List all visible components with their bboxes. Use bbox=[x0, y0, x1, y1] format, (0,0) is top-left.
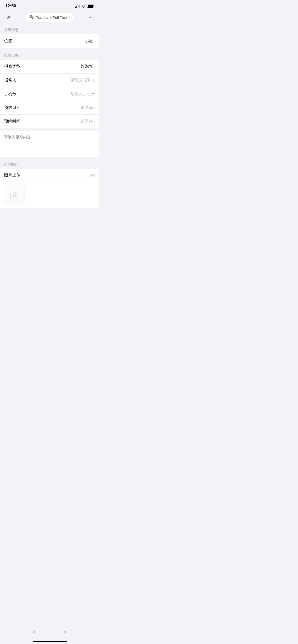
repair-type-value: 灯泡坏 bbox=[81, 64, 93, 69]
repair-info-card: 报修类型 灯泡坏 › 报修人 请输入报修人 手机号 请输入手机号 预约日期 请选… bbox=[0, 60, 99, 128]
status-icons bbox=[75, 5, 94, 8]
reporter-row[interactable]: 报修人 请输入报修人 bbox=[0, 74, 99, 87]
repair-type-row[interactable]: 报修类型 灯泡坏 › bbox=[0, 60, 99, 74]
location-row[interactable]: 位置 小区 › bbox=[0, 34, 99, 48]
repair-content-section bbox=[0, 131, 99, 157]
image-section-header-text: 相关图片 bbox=[4, 163, 18, 167]
booking-date-chevron: › bbox=[94, 106, 95, 110]
booking-date-row[interactable]: 预约日期 请选择 › bbox=[0, 101, 99, 115]
svg-point-6 bbox=[13, 194, 16, 197]
house-info-card: 位置 小区 › bbox=[0, 34, 99, 48]
nav-bar: ✕ Translate Full Text > ··· bbox=[0, 11, 99, 25]
repair-info-header: 报修信息 bbox=[0, 50, 99, 60]
location-value: 小区 bbox=[85, 38, 93, 44]
repair-type-value-group: 灯泡坏 › bbox=[81, 64, 95, 69]
battery-icon bbox=[87, 5, 94, 8]
image-upload-button[interactable] bbox=[4, 185, 24, 205]
image-section-header: 相关图片 bbox=[0, 160, 99, 169]
reporter-value-group: 请输入报修人 bbox=[71, 78, 95, 83]
phone-placeholder: 请输入手机号 bbox=[71, 91, 95, 97]
wifi-icon bbox=[81, 5, 86, 8]
booking-time-chevron: › bbox=[94, 120, 95, 124]
more-button[interactable]: ··· bbox=[86, 13, 95, 22]
location-value-group: 小区 › bbox=[85, 38, 95, 44]
repair-info-header-text: 报修信息 bbox=[4, 53, 18, 57]
repair-type-chevron: › bbox=[94, 65, 95, 69]
phone-row[interactable]: 手机号 请输入手机号 bbox=[0, 87, 99, 101]
gap-2 bbox=[0, 128, 99, 131]
translate-arrow: > bbox=[68, 16, 70, 19]
image-upload-row: 图片上传 0/4 bbox=[0, 169, 99, 182]
image-upload-label: 图片上传 bbox=[4, 173, 20, 178]
more-icon: ··· bbox=[88, 15, 93, 20]
booking-time-label: 预约时间 bbox=[4, 119, 20, 124]
phone-label: 手机号 bbox=[4, 91, 16, 97]
reporter-label: 报修人 bbox=[4, 78, 16, 83]
booking-date-label: 预约日期 bbox=[4, 105, 20, 110]
translate-text: Translate Full Text bbox=[36, 15, 67, 20]
repair-content-input[interactable] bbox=[0, 131, 99, 156]
camera-icon bbox=[10, 192, 18, 199]
phone-value-group: 请输入手机号 bbox=[71, 91, 95, 97]
translate-button[interactable]: Translate Full Text > bbox=[25, 13, 74, 22]
svg-point-7 bbox=[17, 194, 17, 195]
booking-time-row[interactable]: 预约时间 请选择 › bbox=[0, 115, 99, 128]
location-chevron: › bbox=[94, 39, 95, 43]
image-upload-count: 0/4 bbox=[90, 173, 95, 178]
booking-time-placeholder: 请选择 bbox=[81, 119, 93, 124]
image-thumb-area bbox=[0, 182, 99, 208]
repair-type-label: 报修类型 bbox=[4, 64, 20, 69]
gap-3 bbox=[0, 157, 99, 160]
booking-date-placeholder: 请选择 bbox=[81, 105, 93, 110]
image-card: 图片上传 0/4 bbox=[0, 169, 99, 208]
close-icon: ✕ bbox=[7, 15, 11, 20]
gap-1 bbox=[0, 48, 99, 50]
location-label: 位置 bbox=[4, 38, 12, 44]
translate-icon bbox=[29, 15, 34, 20]
booking-time-value-group: 请选择 › bbox=[81, 119, 95, 124]
bottom-spacer bbox=[0, 208, 99, 229]
house-info-header: 房屋信息 bbox=[0, 25, 99, 34]
booking-date-value-group: 请选择 › bbox=[81, 105, 95, 110]
status-bar: 12:50 bbox=[0, 0, 99, 11]
signal-icon bbox=[75, 5, 80, 8]
house-info-header-text: 房屋信息 bbox=[4, 28, 18, 32]
reporter-placeholder: 请输入报修人 bbox=[71, 78, 95, 83]
close-button[interactable]: ✕ bbox=[4, 13, 13, 22]
status-time: 12:50 bbox=[5, 4, 16, 9]
